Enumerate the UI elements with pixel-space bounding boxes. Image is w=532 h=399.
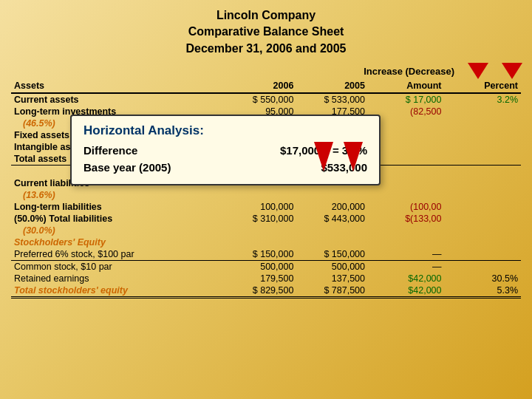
row-label: (50.0%) Total liabilities	[11, 213, 225, 225]
table-row: (30.0%)	[11, 225, 521, 236]
company-name: Lincoln Company Comparative Balance Shee…	[11, 7, 521, 57]
row-2006: 100,000	[225, 201, 297, 213]
arrow-icon-1	[468, 63, 488, 79]
row-2005: $ 787,500	[296, 284, 368, 298]
svg-marker-1	[344, 142, 363, 171]
col-header-amount: Amount	[368, 79, 445, 93]
col-header-2005: 2005	[296, 79, 368, 93]
page-wrapper: Lincoln Company Comparative Balance Shee…	[0, 0, 532, 399]
row-2005: $ 150,000	[296, 248, 368, 261]
table-row: (50.0%) Total liabilities $ 310,000 $ 44…	[11, 213, 521, 225]
table-row: Stockholders' Equity	[11, 236, 521, 248]
row-percent	[444, 213, 521, 225]
table-row: Retained earnings 179,500 137,500 $42,00…	[11, 273, 521, 284]
arrow-icon-2	[502, 63, 522, 79]
table-row: Common stock, $10 par 500,000 500,000 —	[11, 261, 521, 273]
increase-decrease-label: Increase (Decrease)	[364, 66, 454, 77]
row-percent	[444, 201, 521, 213]
svg-marker-0	[314, 142, 333, 171]
row-percent: 3.2%	[444, 93, 521, 106]
table-row: Long-term liabilities 100,000 200,000 (1…	[11, 201, 521, 213]
col-header-2006: 2006	[225, 79, 297, 93]
row-percent	[444, 106, 521, 117]
row-2005: $ 533,000	[296, 93, 368, 106]
table-row: Total stockholders' equity $ 829,500 $ 7…	[11, 284, 521, 298]
row-2006: 500,000	[225, 261, 297, 273]
row-amount: $42,000	[368, 273, 445, 284]
row-2006: $ 310,000	[225, 213, 297, 225]
row-label-total-equity: Total stockholders' equity	[11, 284, 225, 298]
table-row: Current assets $ 550,000 $ 533,000 $ 17,…	[11, 93, 521, 106]
row-label: Retained earnings	[11, 273, 225, 284]
row-label: Common stock, $10 par	[11, 261, 225, 273]
row-2005: 200,000	[296, 201, 368, 213]
row-percent	[444, 248, 521, 261]
balance-sheet-table: Assets 2006 2005 Amount Percent Current …	[11, 79, 521, 299]
row-percent	[444, 153, 521, 166]
row-2005: $ 443,000	[296, 213, 368, 225]
row-amount: $(133,00	[368, 213, 445, 225]
tooltip-base-year-label: Base year (2005)	[83, 161, 171, 174]
tooltip-title: Horizontal Analysis:	[83, 123, 367, 138]
row-label: Current assets	[11, 93, 225, 106]
horizontal-analysis-tooltip: Horizontal Analysis: Difference Base yea…	[70, 115, 381, 185]
tooltip-arrow-1	[313, 142, 335, 174]
tooltip-difference-label: Difference	[83, 144, 137, 157]
row-label-equity: Stockholders' Equity	[11, 236, 225, 248]
row-amount: (100,00	[368, 201, 445, 213]
tooltip-arrow-2	[342, 142, 364, 174]
table-row: (13.6%)	[11, 189, 521, 201]
row-amount: $ 17,000	[368, 93, 445, 106]
row-percent	[444, 141, 521, 153]
col-header-percent: Percent	[444, 79, 521, 93]
row-label: Long-term liabilities	[11, 201, 225, 213]
row-amount: —	[368, 248, 445, 261]
row-label-pct: (13.6%)	[11, 189, 225, 201]
row-2006: 179,500	[225, 273, 297, 284]
row-2006: $ 550,000	[225, 93, 297, 106]
row-percent: 5.3%	[444, 284, 521, 298]
row-2005: 137,500	[296, 273, 368, 284]
row-2005: 500,000	[296, 261, 368, 273]
page-header: Lincoln Company Comparative Balance Shee…	[11, 7, 521, 57]
row-amount: $42,000	[368, 284, 445, 298]
row-2006: $ 150,000	[225, 248, 297, 261]
row-amount: —	[368, 261, 445, 273]
row-label: Preferred 6% stock, $100 par	[11, 248, 225, 261]
row-percent: 30.5%	[444, 273, 521, 284]
table-row: Preferred 6% stock, $100 par $ 150,000 $…	[11, 248, 521, 261]
row-percent	[444, 177, 521, 189]
row-percent	[444, 129, 521, 141]
row-percent	[444, 261, 521, 273]
row-2006: $ 829,500	[225, 284, 297, 298]
row-label-pct: (30.0%)	[11, 225, 225, 236]
col-header-assets: Assets	[11, 79, 225, 93]
